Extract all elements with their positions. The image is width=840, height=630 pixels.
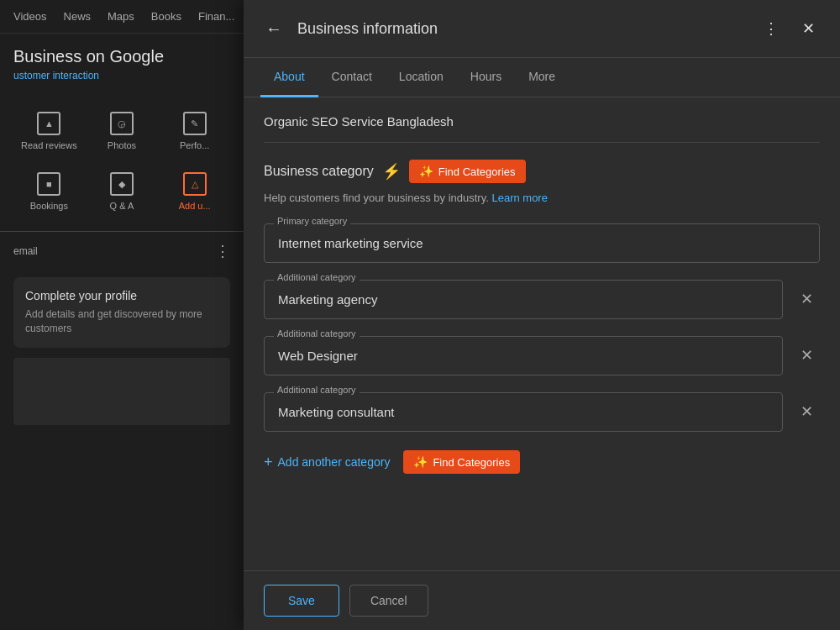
learn-more-link[interactable]: Learn more bbox=[491, 192, 547, 204]
bg-nav-books[interactable]: Books bbox=[151, 10, 181, 23]
header-actions: ⋮ ✕ bbox=[756, 13, 823, 44]
back-button[interactable]: ← bbox=[260, 15, 287, 42]
bg-email-label: email bbox=[13, 245, 38, 257]
sparkle-icon-top: ✨ bbox=[419, 165, 433, 178]
bg-email-more-icon[interactable]: ⋮ bbox=[215, 242, 230, 260]
bg-action-addu[interactable]: △ Add u... bbox=[159, 162, 230, 221]
bg-action-reviews-label: Read reviews bbox=[21, 140, 77, 150]
find-categories-button-top[interactable]: ✨ Find Categories bbox=[409, 160, 526, 183]
additional-category-field-2: Additional category ✕ bbox=[264, 336, 820, 375]
bg-actions-grid: ▲ Read reviews ◶ Photos ✎ Perfo... ■ Boo… bbox=[0, 95, 244, 228]
bg-page-title: Business on Google bbox=[0, 34, 244, 70]
additional-category-field-1: Additional category ✕ bbox=[264, 280, 820, 319]
bg-nav: Videos News Maps Books Finan... bbox=[0, 0, 244, 34]
photos-icon: ◶ bbox=[110, 112, 134, 135]
reviews-icon: ▲ bbox=[37, 112, 60, 135]
bg-page-subtitle: ustomer interaction bbox=[0, 70, 244, 95]
bg-action-addu-label: Add u... bbox=[179, 201, 211, 211]
bg-card-text: Add details and get discovered by more c… bbox=[25, 307, 218, 336]
panel-title: Business information bbox=[297, 20, 756, 38]
clear-3-icon: ✕ bbox=[801, 402, 813, 421]
bg-nav-videos[interactable]: Videos bbox=[13, 10, 47, 23]
bg-action-qa[interactable]: ◆ Q & A bbox=[87, 162, 158, 221]
additional-category-field-3: Additional category ✕ bbox=[264, 392, 820, 432]
additional-category-label-1: Additional category bbox=[274, 272, 360, 282]
clear-2-icon: ✕ bbox=[801, 346, 813, 365]
add-category-label: Add another category bbox=[278, 455, 391, 469]
additional-category-label-2: Additional category bbox=[274, 328, 360, 339]
lightning-icon: ⚡ bbox=[382, 162, 401, 181]
category-section-header: Business category ⚡ ✨ Find Categories bbox=[264, 160, 820, 183]
clear-1-icon: ✕ bbox=[801, 290, 813, 308]
tab-contact[interactable]: Contact bbox=[318, 58, 386, 97]
more-options-icon: ⋮ bbox=[764, 19, 779, 38]
panel-footer: Save Cancel bbox=[244, 570, 840, 630]
bg-action-bookings[interactable]: ■ Bookings bbox=[13, 162, 85, 221]
panel-header: ← Business information ⋮ ✕ bbox=[244, 0, 840, 58]
business-name-display: Organic SEO Service Bangladesh bbox=[264, 114, 820, 143]
bg-card-title: Complete your profile bbox=[25, 289, 218, 302]
panel-content: Organic SEO Service Bangladesh Business … bbox=[244, 97, 840, 570]
primary-category-input[interactable] bbox=[264, 223, 820, 263]
sparkle-icon-bottom: ✨ bbox=[413, 455, 428, 469]
additional-category-input-3[interactable] bbox=[264, 392, 783, 432]
bg-complete-card: Complete your profile Add details and ge… bbox=[13, 277, 230, 348]
business-info-panel: ← Business information ⋮ ✕ About Contact… bbox=[244, 0, 840, 630]
add-category-row: + Add another category ✨ Find Categories bbox=[264, 449, 820, 476]
clear-category-1-button[interactable]: ✕ bbox=[793, 286, 820, 312]
additional-category-label-3: Additional category bbox=[274, 385, 360, 395]
section-title: Business category bbox=[264, 164, 374, 179]
tab-about[interactable]: About bbox=[260, 58, 318, 97]
qa-icon: ◆ bbox=[110, 172, 134, 196]
additional-category-row-1: ✕ bbox=[264, 280, 820, 319]
find-categories-bottom-label: Find Categories bbox=[433, 456, 510, 469]
bg-nav-finance[interactable]: Finan... bbox=[198, 10, 234, 23]
bg-nav-maps[interactable]: Maps bbox=[108, 10, 134, 23]
back-arrow-icon: ← bbox=[265, 19, 282, 39]
additional-category-input-2[interactable] bbox=[264, 336, 783, 375]
clear-category-2-button[interactable]: ✕ bbox=[793, 342, 820, 369]
cancel-button[interactable]: Cancel bbox=[349, 585, 428, 617]
additional-category-input-1[interactable] bbox=[264, 280, 783, 319]
bookings-icon: ■ bbox=[37, 172, 60, 196]
add-plus-icon: + bbox=[264, 454, 273, 471]
tab-more[interactable]: More bbox=[515, 58, 569, 97]
bg-action-bookings-label: Bookings bbox=[30, 201, 68, 211]
bg-action-perfo[interactable]: ✎ Perfo... bbox=[159, 102, 230, 160]
bg-action-reviews[interactable]: ▲ Read reviews bbox=[13, 102, 85, 160]
tabs-bar: About Contact Location Hours More bbox=[244, 58, 840, 97]
tab-location[interactable]: Location bbox=[386, 58, 457, 97]
perfo-icon: ✎ bbox=[183, 112, 207, 135]
bg-email-row: email ⋮ bbox=[0, 235, 244, 267]
primary-category-label: Primary category bbox=[274, 216, 350, 226]
find-categories-button-bottom[interactable]: ✨ Find Categories bbox=[403, 450, 520, 474]
bg-action-photos-label: Photos bbox=[108, 140, 136, 150]
close-panel-button[interactable]: ✕ bbox=[793, 13, 823, 44]
bg-action-qa-label: Q & A bbox=[110, 201, 134, 211]
bg-nav-news[interactable]: News bbox=[64, 10, 92, 23]
additional-category-row-2: ✕ bbox=[264, 336, 820, 375]
primary-category-field: Primary category bbox=[264, 223, 820, 263]
background-panel: Videos News Maps Books Finan... Business… bbox=[0, 0, 244, 630]
save-button[interactable]: Save bbox=[264, 585, 339, 617]
more-options-button[interactable]: ⋮ bbox=[756, 13, 786, 44]
add-category-button[interactable]: + Add another category bbox=[264, 449, 390, 476]
clear-category-3-button[interactable]: ✕ bbox=[793, 398, 820, 425]
additional-category-row-3: ✕ bbox=[264, 392, 820, 432]
section-description: Help customers find your business by ind… bbox=[264, 190, 820, 207]
find-categories-top-label: Find Categories bbox=[438, 165, 516, 178]
bg-action-photos[interactable]: ◶ Photos bbox=[87, 102, 158, 160]
bg-action-perfo-label: Perfo... bbox=[180, 140, 209, 150]
addu-icon: △ bbox=[183, 172, 207, 196]
close-icon: ✕ bbox=[802, 19, 815, 38]
tab-hours[interactable]: Hours bbox=[457, 58, 515, 97]
